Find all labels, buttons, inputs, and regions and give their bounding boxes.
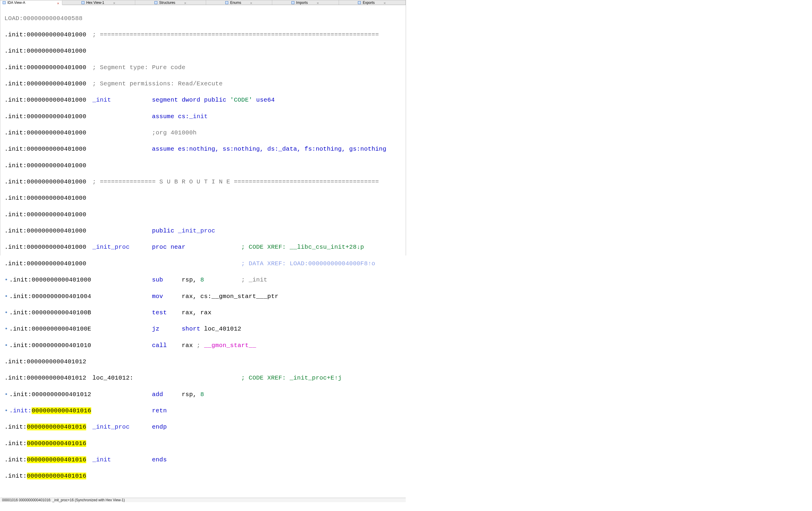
separator-comment: ; ======================================… [92,31,379,38]
addr: .init:0000000000401000 [4,48,86,54]
tab-label: Structures [159,1,175,5]
close-icon[interactable] [250,1,253,4]
window-icon [3,1,6,4]
tab-hex-view-1[interactable]: Hex View-1 [62,0,135,5]
instr-mov: mov [152,293,163,300]
tab-imports[interactable]: Imports [272,0,339,5]
tab-ida-view-a[interactable]: IDA View-A [0,1,62,5]
tab-exports[interactable]: Exports [339,0,406,5]
addr: .init:0000000000401000 [4,162,86,169]
assume-cs-target: _init [189,113,208,120]
breakpoint-gutter-icon[interactable]: • [4,407,8,414]
addr: .init:0000000000401000 [4,130,86,136]
addr-hl: 0000000000401016 [27,424,87,430]
close-icon[interactable] [57,1,60,4]
status-bar: 00001016 0000000000401016: _init_proc+16… [0,498,406,502]
proc-near: proc near [152,244,185,251]
addr: .init:0000000000401000 [4,80,86,87]
org-comment: ;org 401000h [152,130,197,136]
cmt-init: ; _init [241,277,267,283]
addr-seg: .init: [9,407,32,414]
segment-perm-comment: ; Segment permissions: Read/Execute [92,80,223,87]
addr: .init:0000000000401000 [4,227,86,234]
tab-label: Imports [296,1,308,5]
breakpoint-gutter-icon[interactable]: • [4,293,8,300]
breakpoint-gutter-icon[interactable]: • [4,309,8,316]
tab-label: IDA View-A [7,1,25,5]
data-xref: ; DATA XREF: LOAD:00000000004000F8↑o [241,260,375,267]
breakpoint-gutter-icon[interactable]: • [4,391,8,398]
addr: .init:0000000000401000 [4,146,86,152]
instr-add: add [152,391,163,398]
segment-decl: segment dword public [152,96,230,104]
addr: .init:0000000000401012 [9,391,91,398]
addr: .init:0000000000401000 [4,31,86,38]
segment-type-comment: ; Segment type: Pure code [92,64,185,71]
status-text: 00001016 0000000000401016: _init_proc+16… [2,498,125,502]
addr: .init:0000000000401000 [4,96,86,104]
window-icon [358,1,361,4]
addr: .init:000000000040100B [9,309,91,316]
addr: .init:0000000000401000 [4,260,86,267]
addr: .init:0000000000401010 [9,342,91,349]
breakpoint-gutter-icon[interactable]: • [4,277,8,283]
addr: .init:0000000000401000 [4,64,86,71]
test-ops: rax, rax [182,309,211,316]
tab-label: Enums [230,1,241,5]
instr-retn: retn [152,407,167,414]
code-string: 'CODE' [230,96,253,104]
addr: .init:0000000000401012 [4,358,86,365]
ends: ends [152,456,167,463]
disassembly-view[interactable]: LOAD:0000000000400588 .init:000000000040… [0,5,406,498]
instr-test: test [152,309,167,316]
tab-label: Exports [362,1,375,5]
addr: .init:0000000000401000 [4,113,86,120]
gmon-start: __gmon_start__ [204,342,256,349]
jz-target: loc_401012 [204,325,241,332]
imm-8: 8 [200,277,204,283]
addr-hl: 0000000000401016 [27,456,87,463]
assume-rest: assume es:nothing, ss:nothing, ds:_data,… [152,146,386,152]
code-xref-2: ; CODE XREF: _init_proc+E↑j [241,374,342,381]
addr: .init:0000000000401004 [9,293,91,300]
addr-seg: .init: [4,440,27,447]
addr: .init:0000000000401000 [9,277,91,283]
use64: use64 [253,96,275,104]
proc-label: _init_proc [92,244,129,251]
instr-jz: jz [152,325,160,332]
close-icon[interactable] [113,1,116,4]
addr: .init:0000000000401000 [4,195,86,201]
op-rsp: rsp, [182,391,200,398]
segment-label: _init [92,456,111,463]
imm-8: 8 [200,391,204,398]
close-icon[interactable] [317,1,319,4]
addr-hl: 0000000000401016 [27,473,87,479]
subroutine-text: S U B R O U T I N E [160,178,230,185]
addr-seg: .init: [4,473,27,479]
proc-label: _init_proc [92,424,129,430]
breakpoint-gutter-icon[interactable]: • [4,342,8,349]
op-rsp: rsp, [182,277,200,283]
close-icon[interactable] [383,1,386,4]
mov-ops: rax, cs:__gmon_start___ptr [182,293,279,300]
instr-call: call [152,342,167,349]
breakpoint-gutter-icon[interactable]: • [4,325,8,332]
close-icon[interactable] [184,1,187,4]
addr-hl: 0000000000401016 [32,407,91,414]
short-kw: short [182,325,204,332]
window-icon [291,1,294,4]
disassembly-panel: LOAD:0000000000400588 .init:000000000040… [0,5,406,498]
addr: .init:0000000000401000 [4,178,86,185]
tab-enums[interactable]: Enums [206,0,272,5]
addr: .init:0000000000401000 [4,211,86,218]
window-icon [82,1,84,4]
addr-seg: .init: [4,456,27,463]
ida-window: IDA View-A Hex View-1 Structures Enums [0,0,406,256]
tab-structures[interactable]: Structures [135,0,206,5]
load-line: LOAD:0000000000400588 [4,15,83,22]
tab-label: Hex View-1 [86,1,104,5]
loc-label: loc_401012: [92,374,134,381]
call-op: rax [182,342,196,349]
addr: .init:0000000000401000 [4,244,86,251]
addr: .init:0000000000401012 [4,374,86,381]
